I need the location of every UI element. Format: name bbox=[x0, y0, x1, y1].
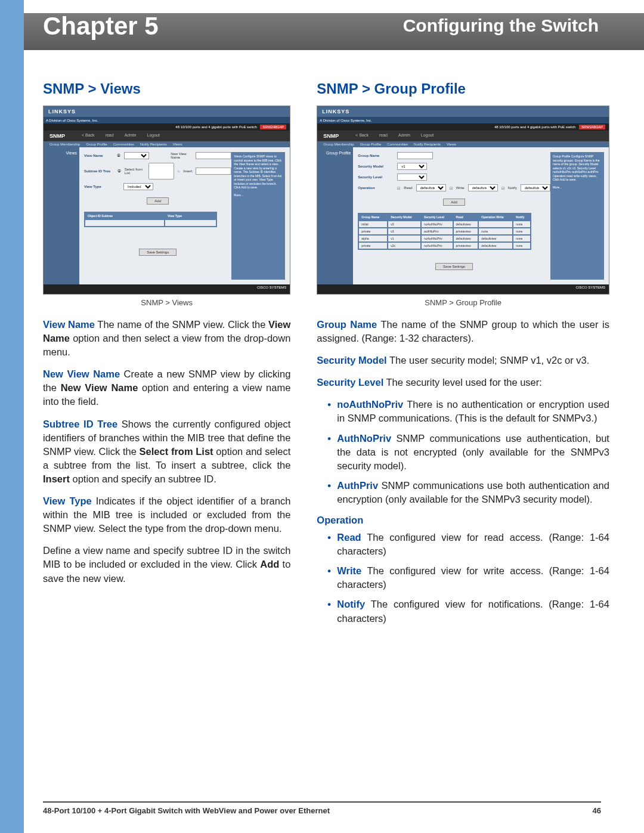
save-button[interactable]: Save Settings bbox=[139, 249, 177, 256]
right-column: SNMP > Group Profile LINKSYS A Division … bbox=[317, 80, 609, 634]
footer-page-number: 46 bbox=[593, 806, 601, 815]
list-item: Notify The configured view for notificat… bbox=[327, 597, 609, 625]
notify-select[interactable]: defaultview bbox=[521, 184, 550, 191]
caption-group: SNMP > Group Profile bbox=[317, 298, 609, 307]
views-table: Object ID SubtreeView Type bbox=[84, 212, 217, 227]
table-row: privatev3authNoPrivprivateviewnonenone bbox=[359, 228, 530, 234]
operation-label: Operation bbox=[358, 186, 394, 190]
ss-brand-sub: A Division of Cisco Systems, Inc. bbox=[44, 117, 290, 123]
chapter-label: Chapter 5 bbox=[43, 12, 159, 41]
add-button[interactable]: Add bbox=[147, 197, 169, 205]
section-heading-group: SNMP > Group Profile bbox=[317, 80, 609, 97]
ss-nav-admin-r[interactable]: Admin bbox=[398, 133, 410, 139]
ss-model-text-r: 48 10/100 ports and 4 gigabit ports with… bbox=[494, 125, 575, 129]
screenshot-group-profile: LINKSYS A Division of Cisco Systems, Inc… bbox=[317, 106, 609, 295]
cisco-logo: CISCO SYSTEMS bbox=[257, 286, 286, 289]
para-sec-level: Security Level The security level used f… bbox=[317, 376, 609, 389]
para-sec-model: Security Model The user security model; … bbox=[317, 354, 609, 367]
left-margin-stripe bbox=[0, 0, 24, 833]
op-write: Write bbox=[456, 186, 465, 190]
group-name-label: Group Name bbox=[358, 154, 394, 157]
ss-model-text: 48 10/100 ports and 4 gigabit ports with… bbox=[175, 125, 256, 129]
page-footer: 48-Port 10/100 + 4-Port Gigabit Switch w… bbox=[43, 801, 601, 815]
ss-nav-read[interactable]: read bbox=[106, 133, 114, 139]
ss-nav-logout-r[interactable]: Logout bbox=[421, 133, 434, 139]
operation-heading: Operation bbox=[317, 515, 609, 526]
sec-model-label: Security Model bbox=[358, 165, 394, 168]
ss-nav-admin[interactable]: Admin bbox=[125, 133, 137, 139]
section-heading-views: SNMP > Views bbox=[43, 80, 290, 97]
content-area: SNMP > Views LINKSYS A Division of Cisco… bbox=[43, 80, 601, 634]
cisco-logo-r: CISCO SYSTEMS bbox=[576, 286, 605, 289]
page-title: Configuring the Switch bbox=[403, 16, 599, 36]
ss-brand: LINKSYS bbox=[44, 106, 290, 117]
insert-opt: Insert bbox=[183, 169, 192, 173]
sec-level-select[interactable] bbox=[397, 174, 427, 181]
ss-tabs-r: Group MembershipGroup ProfileCommunities… bbox=[317, 141, 609, 147]
op-read: Read bbox=[404, 186, 412, 190]
ss-tabs: Group MembershipGroup ProfileCommunities… bbox=[44, 141, 290, 147]
ss-nav: SNMP < Back read Admin Logout bbox=[44, 131, 290, 141]
para-subtree: Subtree ID Tree Shows the currently conf… bbox=[43, 417, 290, 486]
subtree-list[interactable] bbox=[148, 163, 174, 179]
ss-nav-logout[interactable]: Logout bbox=[147, 133, 159, 139]
ss-model-r: 48 10/100 ports and 4 gigabit ports with… bbox=[317, 123, 609, 131]
ss-nav-back-r[interactable]: < Back bbox=[355, 133, 369, 139]
read-select[interactable]: defaultview bbox=[416, 184, 446, 191]
view-type-select[interactable]: Included bbox=[123, 183, 153, 190]
ss-help-panel-r: Group Profile Configure SNMP security gr… bbox=[550, 152, 604, 280]
new-view-name-input[interactable] bbox=[196, 152, 231, 159]
screenshot-views: LINKSYS A Division of Cisco Systems, Inc… bbox=[43, 106, 290, 295]
view-type-label: View Type bbox=[84, 185, 120, 188]
list-item: Read The configured view for read access… bbox=[327, 531, 609, 558]
table-row: privatev2cnoAuthNoPrivprivateviewdefault… bbox=[359, 243, 530, 249]
para-new-view-name: New View Name Create a new SNMP view by … bbox=[43, 367, 290, 408]
ss-nav-back[interactable]: < Back bbox=[82, 133, 95, 139]
ss-model-tag-r: SRW248G4P bbox=[579, 125, 605, 129]
sec-level-label: Security Level bbox=[358, 175, 394, 179]
select-from-list: Select from List bbox=[125, 168, 145, 175]
list-item: Write The configured view for write acce… bbox=[327, 564, 609, 592]
ss-model-tag: SRW248G4P bbox=[260, 125, 286, 129]
insert-input[interactable] bbox=[196, 168, 231, 175]
para-view-name: View Name The name of the SNMP view. Cli… bbox=[43, 318, 290, 359]
ss-model: 48 10/100 ports and 4 gigabit ports with… bbox=[44, 123, 290, 131]
view-name-select[interactable] bbox=[124, 152, 149, 159]
ss-nav-read-r[interactable]: read bbox=[379, 133, 388, 139]
list-item: noAuthNoPriv There is no authentication … bbox=[327, 398, 609, 425]
security-level-list: noAuthNoPriv There is no authentication … bbox=[327, 398, 609, 506]
caption-views: SNMP > Views bbox=[43, 298, 290, 307]
list-item: AuthNoPriv SNMP communications use authe… bbox=[327, 432, 609, 473]
ss-nav-r: SNMP < Back read Admin Logout bbox=[317, 131, 609, 141]
ss-help-panel: Views Configure SNMP views to control ac… bbox=[231, 152, 285, 280]
new-view-name-label: New View Name bbox=[171, 152, 192, 159]
footer-product: 48-Port 10/100 + 4-Port Gigabit Switch w… bbox=[43, 806, 330, 815]
para-final: Define a view name and specify subtree I… bbox=[43, 544, 290, 585]
ss-brand-r: LINKSYS bbox=[317, 106, 609, 117]
save-button-r[interactable]: Save Settings bbox=[435, 263, 473, 270]
para-group-name: Group Name The name of the SNMP group to… bbox=[317, 318, 609, 345]
view-name-label: View Name bbox=[84, 154, 113, 157]
table-row: alphav1noAuthNoPrivdefaultviewdefaultvie… bbox=[359, 236, 530, 241]
operation-list: Read The configured view for read access… bbox=[327, 531, 609, 625]
ss-side-label: Views bbox=[44, 147, 79, 284]
add-button-r[interactable]: Add bbox=[443, 199, 465, 206]
group-name-input[interactable] bbox=[397, 152, 433, 159]
ss-main-tab-r: SNMP bbox=[323, 133, 339, 139]
write-select[interactable]: defaultview bbox=[468, 184, 498, 191]
ss-side-label-r: Group Profile bbox=[317, 147, 353, 284]
table-row: initialv3noAuthNoPrivdefaultviewnone bbox=[359, 221, 530, 227]
op-notify: Notify bbox=[508, 186, 517, 190]
sec-model-select[interactable]: v1 bbox=[397, 163, 427, 170]
left-column: SNMP > Views LINKSYS A Division of Cisco… bbox=[43, 80, 290, 634]
group-table: Group NameSecurity ModelSecurity LevelRe… bbox=[358, 213, 531, 250]
para-view-type: View Type Indicates if the object identi… bbox=[43, 494, 290, 535]
subtree-label: Subtree ID Tree bbox=[84, 169, 114, 173]
ss-brand-sub-r: A Division of Cisco Systems, Inc. bbox=[317, 117, 609, 123]
ss-main-tab: SNMP bbox=[49, 133, 65, 139]
list-item: AuthPriv SNMP communications use both au… bbox=[327, 479, 609, 506]
